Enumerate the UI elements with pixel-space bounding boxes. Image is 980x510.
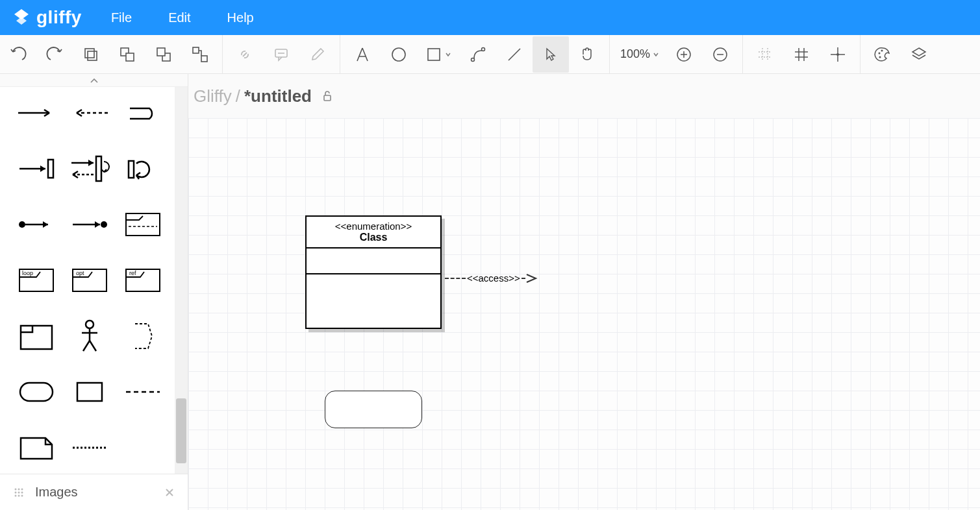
toggle-grid-dots-button[interactable] (747, 36, 783, 73)
uml-stereotype: <<enumeration>> (309, 221, 438, 232)
send-back-button[interactable] (145, 36, 182, 73)
svg-point-10 (392, 48, 405, 61)
undo-button[interactable] (0, 36, 36, 73)
shape-self-loop[interactable] (117, 93, 169, 132)
palette-icon (873, 45, 892, 64)
svg-text:ref: ref (129, 270, 136, 276)
svg-rect-73 (324, 95, 331, 101)
hand-icon (578, 45, 596, 64)
shape-frame-opt[interactable]: opt (64, 261, 116, 300)
uml-operations-compartment (307, 274, 440, 328)
unlock-icon[interactable] (321, 90, 334, 103)
line-tool-button[interactable] (496, 36, 533, 73)
zoom-out-icon (712, 46, 729, 63)
sidebar-scrollbar-thumb[interactable] (176, 398, 186, 463)
drag-handle-icon (13, 487, 25, 498)
shape-rectangle[interactable] (64, 372, 116, 411)
theme-button[interactable] (864, 36, 901, 73)
shape-frame-dashed[interactable] (117, 205, 169, 244)
text-tool-button[interactable] (344, 36, 381, 73)
redo-button[interactable] (36, 36, 73, 73)
shape-dashed-line[interactable] (117, 372, 169, 411)
close-icon[interactable] (164, 487, 175, 498)
copy-icon (82, 46, 99, 63)
open-arrowhead-icon (525, 273, 538, 284)
comment-button[interactable] (263, 36, 299, 73)
toggle-grid-button[interactable] (783, 36, 820, 73)
images-panel-header[interactable]: Images (0, 474, 188, 510)
shape-arrow-solid[interactable] (10, 93, 62, 132)
svg-rect-6 (193, 47, 199, 53)
logo-text: gliffy (36, 7, 82, 28)
layers-button[interactable] (901, 36, 937, 73)
connector-icon (469, 45, 487, 64)
shape-frame-ref[interactable]: ref (117, 261, 169, 300)
chevron-up-icon (90, 77, 99, 84)
menu-edit[interactable]: Edit (168, 10, 190, 25)
sidebar-scroll-up[interactable] (0, 74, 188, 87)
connector-tool-button[interactable] (460, 36, 496, 73)
uml-enumeration-class[interactable]: <<enumeration>> Class (305, 215, 442, 329)
uml-attributes-compartment (307, 249, 440, 274)
toolbar: 100% (0, 35, 980, 74)
bring-front-button[interactable] (109, 36, 145, 73)
shape-package[interactable] (10, 317, 62, 356)
svg-point-33 (879, 56, 881, 58)
connector-label: <<access>> (466, 273, 521, 284)
toolbar-separator (742, 35, 743, 73)
shape-frame-loop[interactable]: loop (10, 261, 62, 300)
shape-note[interactable] (10, 428, 62, 467)
uml-class-name: Class (309, 232, 438, 243)
canvas[interactable]: <<enumeration>> Class <<access>> (188, 118, 980, 510)
pointer-tool-button[interactable] (533, 36, 569, 73)
pan-tool-button[interactable] (569, 36, 605, 73)
comment-icon (273, 46, 290, 63)
zoom-dropdown[interactable]: 100% (614, 47, 666, 61)
uml-class-header: <<enumeration>> Class (307, 217, 440, 249)
menu-file[interactable]: File (111, 10, 132, 25)
send-back-icon (155, 46, 172, 63)
app-logo[interactable]: gliffy (12, 7, 82, 28)
toggle-snap-button[interactable] (820, 36, 856, 73)
line-icon (505, 45, 523, 64)
access-connector[interactable]: <<access>> (445, 273, 538, 284)
menu-help[interactable]: Help (227, 10, 254, 25)
rectangle-tool-button[interactable] (417, 36, 460, 73)
zoom-in-icon (675, 46, 692, 63)
svg-rect-5 (157, 48, 165, 56)
rounded-rectangle-shape[interactable] (325, 391, 422, 428)
circle-tool-button[interactable] (381, 36, 417, 73)
pointer-icon (542, 46, 559, 63)
svg-point-68 (18, 491, 20, 493)
svg-point-64 (15, 488, 17, 490)
group-icon (191, 45, 209, 64)
zoom-in-button[interactable] (666, 36, 702, 73)
group-button[interactable] (182, 36, 218, 73)
shape-boundary-dashed[interactable] (117, 317, 169, 356)
images-label: Images (35, 485, 78, 500)
breadcrumb-doc[interactable]: *untitled (244, 86, 312, 106)
shape-sync-bar-loop[interactable] (117, 149, 169, 188)
eyedropper-button[interactable] (299, 36, 336, 73)
menu-items: File Edit Help (111, 10, 254, 25)
shape-actor[interactable] (64, 317, 116, 356)
breadcrumb-app[interactable]: Gliffy (194, 86, 232, 106)
svg-rect-41 (129, 161, 134, 178)
sidebar-scrollbar[interactable] (175, 87, 188, 474)
link-button[interactable] (227, 36, 263, 73)
zoom-out-button[interactable] (702, 36, 738, 73)
circle-icon (390, 45, 408, 64)
svg-rect-7 (201, 56, 207, 62)
shape-arrow-dashed-back[interactable] (64, 93, 116, 132)
shape-arrow-filled-end[interactable] (64, 205, 116, 244)
shape-sync-bar-right[interactable] (10, 149, 62, 188)
shape-start-end-arrow[interactable] (10, 205, 62, 244)
shape-rounded-rect[interactable] (10, 372, 62, 411)
shape-sync-bar-both[interactable] (64, 149, 116, 188)
svg-point-66 (21, 488, 23, 490)
shape-dotted-line[interactable] (64, 428, 116, 467)
svg-text:loop: loop (22, 270, 33, 276)
svg-point-42 (19, 221, 25, 228)
svg-rect-60 (20, 383, 53, 401)
copy-button[interactable] (73, 36, 109, 73)
